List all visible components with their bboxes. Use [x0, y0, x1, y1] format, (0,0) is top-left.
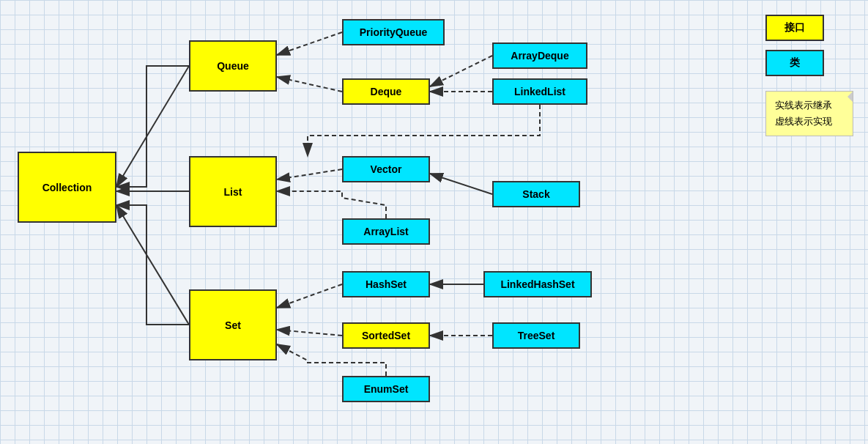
- svg-line-5: [277, 32, 342, 55]
- treeset-node: TreeSet: [492, 322, 580, 349]
- legend-class-item: 类: [765, 50, 853, 76]
- arraylist-node: ArrayList: [342, 218, 430, 245]
- legend-interface-box: 接口: [765, 15, 824, 41]
- linkedlist-node: LinkedList: [492, 78, 587, 105]
- stack-node: Stack: [492, 181, 580, 207]
- svg-line-6: [277, 77, 342, 92]
- svg-line-9: [277, 169, 342, 180]
- legend-class-box: 类: [765, 50, 824, 76]
- list-node: List: [189, 156, 277, 227]
- arraydeque-node: ArrayDeque: [492, 42, 587, 69]
- priorityqueue-node: PriorityQueue: [342, 19, 445, 45]
- hashset-node: HashSet: [342, 271, 430, 297]
- svg-line-7: [430, 56, 492, 86]
- sortedset-node: SortedSet: [342, 322, 430, 349]
- vector-node: Vector: [342, 156, 430, 182]
- collection-node: Collection: [18, 152, 116, 223]
- set-node: Set: [189, 289, 277, 360]
- svg-line-10: [430, 174, 492, 194]
- svg-line-2: [116, 66, 189, 187]
- legend-interface-item: 接口: [765, 15, 853, 41]
- svg-line-12: [277, 330, 342, 336]
- svg-line-11: [277, 284, 342, 308]
- svg-line-4: [116, 205, 189, 325]
- diagram-container: Collection Queue List Set PriorityQueue …: [0, 0, 868, 444]
- linkedhashset-node: LinkedHashSet: [483, 271, 592, 297]
- arrows-svg: [0, 0, 868, 444]
- queue-node: Queue: [189, 40, 277, 92]
- deque-node: Deque: [342, 78, 430, 105]
- enumset-node: EnumSet: [342, 376, 430, 402]
- legend-note: 实线表示继承 虚线表示实现: [765, 91, 853, 136]
- legend: 接口 类 实线表示继承 虚线表示实现: [765, 15, 853, 136]
